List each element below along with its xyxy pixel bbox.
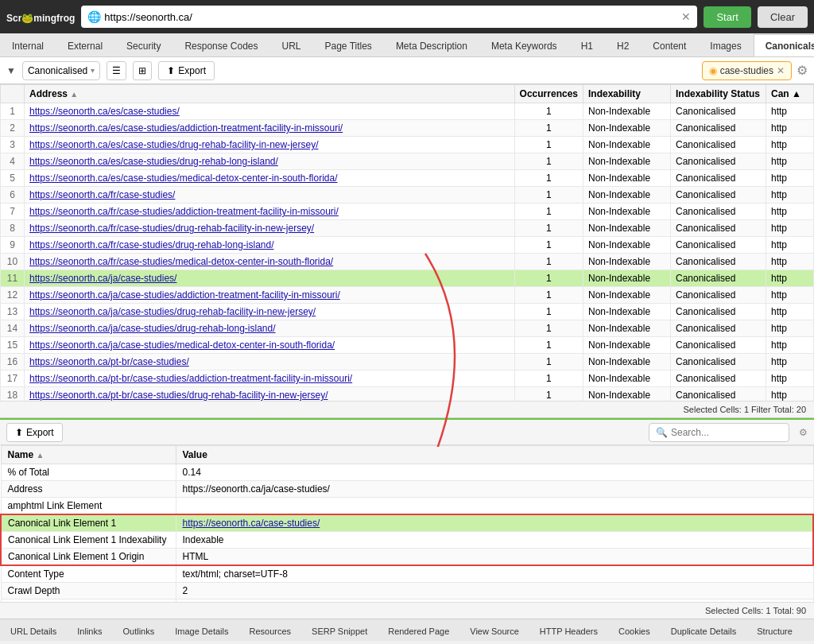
tab-canonicals[interactable]: Canonicals (754, 34, 814, 56)
table-row[interactable]: 18 https://seonorth.ca/pt-br/case-studie… (1, 387, 814, 402)
bottom-search-wrap[interactable]: 🔍 (649, 423, 789, 442)
filter-tag-remove-icon[interactable]: ✕ (777, 65, 785, 76)
table-row[interactable]: 5 https://seonorth.ca/es/case-studies/me… (1, 170, 814, 187)
table-row[interactable]: 7 https://seonorth.ca/fr/case-studies/ad… (1, 204, 814, 220)
tab-meta-description[interactable]: Meta Description (384, 34, 479, 56)
row-address[interactable]: https://seonorth.ca/fr/case-studies/addi… (25, 204, 515, 220)
row-address[interactable]: https://seonorth.ca/es/case-studies/medi… (25, 170, 515, 187)
table-row[interactable]: 14 https://seonorth.ca/ja/case-studies/d… (1, 320, 814, 337)
col-can-header[interactable]: Can ▲ (766, 85, 814, 103)
detail-name-cell: Canonical Link Element 1 (1, 514, 176, 532)
detail-row[interactable]: Crawl Depth 2 (1, 583, 813, 599)
detail-row[interactable]: Canonical Link Element 1 https://seonort… (1, 514, 813, 532)
table-row[interactable]: 3 https://seonorth.ca/es/case-studies/dr… (1, 137, 814, 153)
table-row[interactable]: 17 https://seonorth.ca/pt-br/case-studie… (1, 370, 814, 387)
filter-select-wrap[interactable]: Canonicalised ▾ (22, 61, 100, 80)
table-row[interactable]: 1 https://seonorth.ca/es/case-studies/ 1… (1, 103, 814, 120)
tree-view-button[interactable]: ⊞ (133, 61, 152, 80)
tab-page-titles[interactable]: Page Titles (313, 34, 384, 56)
tab-images[interactable]: Images (698, 34, 753, 56)
col-value-header[interactable]: Value (176, 446, 813, 464)
tab-security[interactable]: Security (114, 34, 172, 56)
filter-settings-icon[interactable]: ⚙ (797, 63, 808, 78)
table-row[interactable]: 9 https://seonorth.ca/fr/case-studies/dr… (1, 237, 814, 254)
row-address[interactable]: https://seonorth.ca/ja/case-studies/ (25, 270, 515, 287)
row-address[interactable]: https://seonorth.ca/pt-br/case-studies/d… (25, 387, 515, 402)
table-row[interactable]: 13 https://seonorth.ca/ja/case-studies/d… (1, 304, 814, 320)
filter-tag[interactable]: ◉ case-studies ✕ (702, 61, 792, 80)
col-address-header[interactable]: Address ▲ (25, 85, 515, 103)
table-row[interactable]: 10 https://seonorth.ca/fr/case-studies/m… (1, 254, 814, 270)
row-num: 2 (1, 120, 25, 137)
clear-button[interactable]: Clear (758, 6, 808, 28)
filter-dropdown-icon[interactable]: ▾ (91, 66, 95, 75)
row-address[interactable]: https://seonorth.ca/fr/case-studies/drug… (25, 220, 515, 237)
col-occurrences-header[interactable]: Occurrences (514, 85, 583, 103)
tab-external[interactable]: External (56, 34, 114, 56)
row-address[interactable]: https://seonorth.ca/ja/case-studies/addi… (25, 287, 515, 304)
detail-row[interactable]: Canonical Link Element 1 Origin HTML (1, 549, 813, 566)
tab-internal[interactable]: Internal (0, 34, 56, 56)
start-button[interactable]: Start (704, 6, 750, 28)
row-address[interactable]: https://seonorth.ca/fr/case-studies/ (25, 187, 515, 204)
bottom-tab-serp-snippet[interactable]: SERP Snippet (301, 620, 378, 641)
row-address[interactable]: https://seonorth.ca/fr/case-studies/drug… (25, 237, 515, 254)
bottom-tab-inlinks[interactable]: Inlinks (67, 620, 112, 641)
col-indexability-status-header[interactable]: Indexability Status (671, 85, 766, 103)
detail-row[interactable]: Address https://seonorth.ca/ja/case-stud… (1, 481, 813, 498)
col-indexability-header[interactable]: Indexability (583, 85, 671, 103)
main-table-wrap[interactable]: Address ▲ Occurrences Indexability Index… (0, 84, 814, 401)
bottom-export-button[interactable]: ⬆ Export (6, 423, 63, 442)
row-address[interactable]: https://seonorth.ca/fr/case-studies/medi… (25, 254, 515, 270)
bottom-tab-outlinks[interactable]: Outlinks (112, 620, 165, 641)
row-address[interactable]: https://seonorth.ca/ja/case-studies/drug… (25, 320, 515, 337)
tab-meta-keywords[interactable]: Meta Keywords (479, 34, 569, 56)
table-row[interactable]: 12 https://seonorth.ca/ja/case-studies/a… (1, 287, 814, 304)
tab-url[interactable]: URL (269, 34, 312, 56)
detail-row[interactable]: % of Total 0.14 (1, 464, 813, 481)
bottom-tab-http-headers[interactable]: HTTP Headers (529, 620, 608, 641)
bottom-search-input[interactable] (671, 427, 782, 438)
detail-row[interactable]: amphtml Link Element (1, 498, 813, 515)
export-button[interactable]: ⬆ Export (158, 61, 215, 80)
row-address[interactable]: https://seonorth.ca/ja/case-studies/medi… (25, 337, 515, 354)
bottom-tab-resources[interactable]: Resources (238, 620, 301, 641)
table-row[interactable]: 16 https://seonorth.ca/pt-br/case-studie… (1, 354, 814, 370)
row-address[interactable]: https://seonorth.ca/es/case-studies/drug… (25, 153, 515, 170)
detail-table-wrap[interactable]: Name ▲ Value % of Total 0.14 Address htt… (0, 445, 814, 602)
col-name-header[interactable]: Name ▲ (1, 446, 176, 464)
row-address[interactable]: https://seonorth.ca/es/case-studies/ (25, 103, 515, 120)
bottom-filter-settings-icon[interactable]: ⚙ (799, 427, 808, 438)
tab-content[interactable]: Content (641, 34, 698, 56)
bottom-tab-rendered-page[interactable]: Rendered Page (378, 620, 459, 641)
row-address[interactable]: https://seonorth.ca/es/case-studies/addi… (25, 120, 515, 137)
table-row[interactable]: 2 https://seonorth.ca/es/case-studies/ad… (1, 120, 814, 137)
table-row[interactable]: 4 https://seonorth.ca/es/case-studies/dr… (1, 153, 814, 170)
canonical-link-value[interactable]: https://seonorth.ca/case-studies/ (183, 518, 320, 529)
detail-row[interactable]: Canonical Link Element 1 Indexability In… (1, 532, 813, 549)
bottom-tab-url-details[interactable]: URL Details (0, 620, 67, 641)
table-row[interactable]: 15 https://seonorth.ca/ja/case-studies/m… (1, 337, 814, 354)
row-address[interactable]: https://seonorth.ca/pt-br/case-studies/a… (25, 370, 515, 387)
url-clear-icon[interactable]: ✕ (681, 10, 691, 23)
table-row[interactable]: 11 https://seonorth.ca/ja/case-studies/ … (1, 270, 814, 287)
table-row[interactable]: 8 https://seonorth.ca/fr/case-studies/dr… (1, 220, 814, 237)
row-address[interactable]: https://seonorth.ca/ja/case-studies/drug… (25, 304, 515, 320)
bottom-tab-view-source[interactable]: View Source (459, 620, 529, 641)
tab-h1[interactable]: H1 (569, 34, 605, 56)
bottom-tab-cookies[interactable]: Cookies (608, 620, 661, 641)
url-bar[interactable]: 🌐 ✕ (81, 6, 697, 28)
table-row[interactable]: 6 https://seonorth.ca/fr/case-studies/ 1… (1, 187, 814, 204)
row-address[interactable]: https://seonorth.ca/es/case-studies/drug… (25, 137, 515, 153)
url-input[interactable] (104, 11, 678, 23)
tab-response-codes[interactable]: Response Codes (172, 34, 269, 56)
bottom-tab-structure[interactable]: Structure (746, 620, 803, 641)
tab-h2[interactable]: H2 (605, 34, 641, 56)
row-address[interactable]: https://seonorth.ca/pt-br/case-studies/ (25, 354, 515, 370)
detail-value-cell[interactable]: https://seonorth.ca/case-studies/ (176, 514, 813, 532)
detail-row[interactable]: Content Type text/html; charset=UTF-8 (1, 565, 813, 583)
list-view-button[interactable]: ☰ (107, 61, 126, 80)
row-occurrences: 1 (514, 387, 583, 402)
bottom-tab-duplicate-details[interactable]: Duplicate Details (661, 620, 747, 641)
bottom-tab-image-details[interactable]: Image Details (165, 620, 238, 641)
